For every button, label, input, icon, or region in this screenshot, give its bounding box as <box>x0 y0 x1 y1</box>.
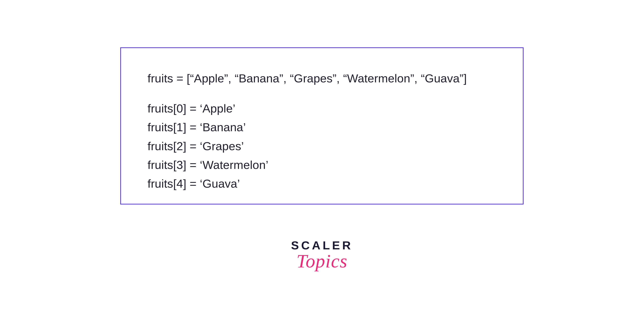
code-line-0: fruits[0] = ‘Apple’ <box>148 99 500 118</box>
code-line-3: fruits[3] = ‘Watermelon’ <box>148 156 500 174</box>
brand-logo: SCALER Topics <box>291 238 353 272</box>
code-line-4: fruits[4] = ‘Guava’ <box>148 174 500 193</box>
code-declaration: fruits = [“Apple”, “Banana”, “Grapes”, “… <box>148 69 500 88</box>
code-line-1: fruits[1] = ‘Banana’ <box>148 118 500 136</box>
code-line-2: fruits[2] = ‘Grapes’ <box>148 137 500 156</box>
code-box: fruits = [“Apple”, “Banana”, “Grapes”, “… <box>120 47 524 204</box>
brand-logo-line2: Topics <box>291 250 353 272</box>
page-root: fruits = [“Apple”, “Banana”, “Grapes”, “… <box>0 0 644 313</box>
blank-line <box>148 88 500 99</box>
